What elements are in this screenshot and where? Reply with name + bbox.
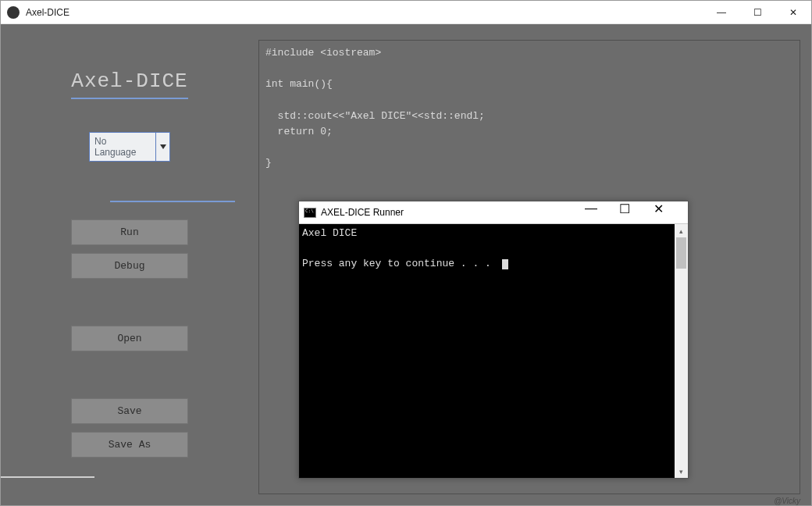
language-select[interactable]: No Language: [89, 132, 170, 162]
console-text: Axel DICE Press any key to continue . . …: [302, 227, 491, 269]
runner-window[interactable]: AXEL-DICE Runner — ☐ ✕ Axel DICE Press a…: [298, 201, 689, 479]
credit-label: @Vicky: [774, 497, 800, 505]
window-title: Axel-DICE: [26, 7, 703, 18]
language-select-value: No Language: [89, 132, 156, 162]
run-debug-group: Run Debug: [1, 219, 258, 279]
open-button[interactable]: Open: [71, 326, 188, 351]
app-window: Axel-DICE — ☐ ✕ Axel-DICE No Language Ru…: [0, 0, 812, 506]
runner-maximize-button[interactable]: ☐: [619, 201, 654, 223]
console-icon: [304, 208, 316, 218]
divider: [110, 201, 235, 202]
sidebar-title: Axel-DICE: [1, 69, 258, 93]
runner-titlebar[interactable]: AXEL-DICE Runner — ☐ ✕: [299, 201, 688, 223]
window-controls: — ☐ ✕: [703, 1, 811, 23]
runner-close-button[interactable]: ✕: [654, 201, 688, 223]
titlebar[interactable]: Axel-DICE — ☐ ✕: [1, 1, 811, 24]
runner-window-controls: — ☐ ✕: [585, 201, 688, 223]
runner-minimize-button[interactable]: —: [585, 201, 619, 223]
console-output[interactable]: Axel DICE Press any key to continue . . …: [299, 224, 675, 478]
scroll-down-icon[interactable]: ▾: [675, 465, 688, 478]
app-icon: [7, 6, 20, 19]
cursor-icon: [502, 259, 508, 269]
dropdown-arrow-icon[interactable]: [156, 132, 170, 162]
runner-title: AXEL-DICE Runner: [321, 207, 585, 218]
save-group: Save Save As: [1, 398, 258, 458]
file-group: Open: [1, 326, 258, 351]
save-as-button[interactable]: Save As: [71, 432, 188, 458]
run-button[interactable]: Run: [71, 219, 188, 245]
scroll-up-icon[interactable]: ▴: [675, 224, 688, 237]
runner-body: Axel DICE Press any key to continue . . …: [299, 223, 688, 478]
app-body: Axel-DICE No Language Run Debug Open Sav…: [1, 24, 811, 505]
divider: [1, 476, 94, 478]
scroll-thumb[interactable]: [676, 237, 686, 269]
minimize-button[interactable]: —: [703, 1, 739, 23]
sidebar: Axel-DICE No Language Run Debug Open Sav…: [1, 24, 258, 505]
close-button[interactable]: ✕: [775, 1, 811, 23]
divider: [71, 98, 188, 99]
save-button[interactable]: Save: [71, 398, 188, 424]
maximize-button[interactable]: ☐: [739, 1, 775, 23]
debug-button[interactable]: Debug: [71, 253, 188, 279]
scrollbar[interactable]: ▴ ▾: [675, 224, 688, 478]
